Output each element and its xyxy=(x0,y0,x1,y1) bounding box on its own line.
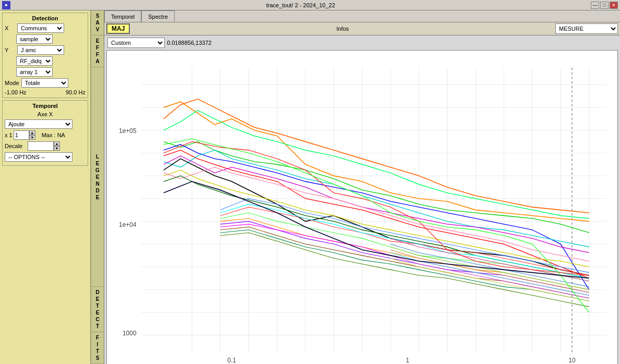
decale-label: Decale xyxy=(5,143,26,149)
x1-spinner-btns: ▲ ▼ xyxy=(29,130,35,140)
chart-svg: 1e+05 1e+04 1000 0.1 1 10 xyxy=(107,51,617,364)
det-d: D xyxy=(95,289,99,296)
det-t: T xyxy=(96,302,99,309)
y-row: Y J amc xyxy=(5,45,86,55)
svg-text:1000: 1000 xyxy=(123,330,137,337)
mode-select[interactable]: Totale xyxy=(21,78,68,88)
freq-min: -1.00 Hz xyxy=(5,89,27,95)
custom-select[interactable]: Custom xyxy=(107,38,165,48)
decale-spinner-btns: ▲ ▼ xyxy=(54,141,60,151)
effa-f2: F xyxy=(96,51,99,58)
ajoute-select[interactable]: Ajoute xyxy=(5,119,72,129)
leg-e2: E xyxy=(96,174,100,180)
det-c: C xyxy=(95,316,99,323)
decale-input[interactable]: 0.0 xyxy=(28,141,54,151)
close-button[interactable]: ✕ xyxy=(610,2,618,9)
main-layout: Detection X Communs sample Y J amc xyxy=(0,10,620,364)
det-e: E xyxy=(96,296,100,302)
x-sample-select[interactable]: sample xyxy=(16,34,53,44)
detect-section[interactable]: D E T E C T xyxy=(91,287,104,332)
sav-a: A xyxy=(95,19,99,26)
chart-area[interactable]: 1e+05 1e+04 1000 0.1 1 10 xyxy=(106,50,618,364)
tab-spectre[interactable]: Spectre xyxy=(141,10,175,22)
leg-d: D xyxy=(95,187,99,194)
mode-label: Mode xyxy=(5,80,19,86)
sav-s: S xyxy=(96,13,100,19)
options-select[interactable]: -- OPTIONS -- xyxy=(5,152,72,162)
y-rf-row: RF_didq xyxy=(16,56,86,66)
title-bar: ■ trace_tout/ 2 - 2024_10_22 — □ ✕ xyxy=(0,0,620,10)
coord-label: 0.0188856,13372 xyxy=(167,40,212,46)
effa-section[interactable]: E F F A xyxy=(91,35,104,67)
mesure-select[interactable]: MESURE xyxy=(555,23,618,34)
fits-f: F xyxy=(96,334,99,341)
leg-e1: E xyxy=(96,160,100,167)
x-label: X xyxy=(5,25,15,31)
right-content: Temporel Spectre MAJ Infos MESURE Custom… xyxy=(104,10,620,364)
chart-toolbar: Custom 0.0188856,13372 xyxy=(105,37,619,49)
maximize-button[interactable]: □ xyxy=(600,2,609,9)
mode-row: Mode Totale xyxy=(5,78,86,88)
tab-temporel[interactable]: Temporel xyxy=(104,10,141,22)
y-array-row: array 1 xyxy=(16,67,86,77)
fits-s: S xyxy=(96,355,100,361)
x1-down-button[interactable]: ▼ xyxy=(29,135,35,140)
sav-section[interactable]: S A V xyxy=(91,10,104,35)
y-rf-select[interactable]: RF_didq xyxy=(16,56,53,66)
x1-row: x 1 ▲ ▼ Max : NA xyxy=(5,130,86,140)
left-panel: Detection X Communs sample Y J amc xyxy=(0,10,91,364)
y-jamc-select[interactable]: J amc xyxy=(17,45,64,55)
det-t2: T xyxy=(96,323,99,330)
svg-text:10: 10 xyxy=(568,357,576,364)
fits-section[interactable]: F I T S xyxy=(91,332,104,364)
freq-max: 90.0 Hz xyxy=(66,89,86,95)
max-label: Max : NA xyxy=(42,132,65,138)
decale-row: Decale 0.0 ▲ ▼ xyxy=(5,141,86,151)
detection-section: Detection X Communs sample Y J amc xyxy=(2,13,88,98)
fits-i: I xyxy=(97,341,99,348)
x-row: X Communs xyxy=(5,23,86,33)
temporel-title: Temporel xyxy=(5,103,86,109)
leg-l: L xyxy=(96,153,99,160)
svg-text:1e+04: 1e+04 xyxy=(119,221,137,228)
leg-e3: E xyxy=(96,194,100,201)
det-e2: E xyxy=(96,309,100,316)
title-bar-title: trace_tout/ 2 - 2024_10_22 xyxy=(10,2,591,8)
x1-spinner: x 1 ▲ ▼ xyxy=(5,130,35,140)
title-bar-icon: ■ xyxy=(2,1,10,9)
temporel-section: Temporel Axe X Ajoute x 1 ▲ ▼ M xyxy=(2,100,88,166)
decale-up-button[interactable]: ▲ xyxy=(54,141,60,146)
tabs-bar: Temporel Spectre xyxy=(104,10,620,22)
decale-down-button[interactable]: ▼ xyxy=(54,146,60,151)
ajoute-row: Ajoute xyxy=(5,119,86,129)
effa-a: A xyxy=(95,58,99,65)
effa-e: E xyxy=(96,38,100,44)
x-sample-row: sample xyxy=(16,34,86,44)
leg-n: N xyxy=(95,180,99,187)
fits-t: T xyxy=(96,348,99,355)
axe-x-label: Axe X xyxy=(5,111,86,117)
mid-sidebar: S A V E F F A L E G E N D E D E T E C T xyxy=(91,10,104,364)
maj-button[interactable]: MAJ xyxy=(106,23,130,34)
x1-label: x 1 xyxy=(5,132,13,138)
x-communs-select[interactable]: Communs xyxy=(17,23,64,33)
leg-g: G xyxy=(95,167,100,174)
detection-title: Detection xyxy=(5,15,86,21)
options-row: -- OPTIONS -- xyxy=(5,152,86,162)
minimize-button[interactable]: — xyxy=(591,2,599,9)
freq-row: -1.00 Hz 90.0 Hz xyxy=(5,89,86,95)
infos-label: Infos xyxy=(134,26,551,32)
effa-f1: F xyxy=(96,44,99,51)
x1-up-button[interactable]: ▲ xyxy=(29,130,35,135)
svg-text:0.1: 0.1 xyxy=(227,357,236,364)
chart-container: Custom 0.0188856,13372 xyxy=(104,35,620,364)
legende-section[interactable]: L E G E N D E xyxy=(91,67,104,287)
y-array-select[interactable]: array 1 xyxy=(16,67,53,77)
svg-text:1: 1 xyxy=(406,357,409,364)
x1-input[interactable] xyxy=(14,130,29,140)
sav-v: V xyxy=(96,26,100,33)
svg-text:1e+05: 1e+05 xyxy=(119,127,137,135)
title-bar-controls: — □ ✕ xyxy=(591,2,618,9)
decale-spinner: 0.0 ▲ ▼ xyxy=(28,141,60,151)
y-label: Y xyxy=(5,47,15,53)
